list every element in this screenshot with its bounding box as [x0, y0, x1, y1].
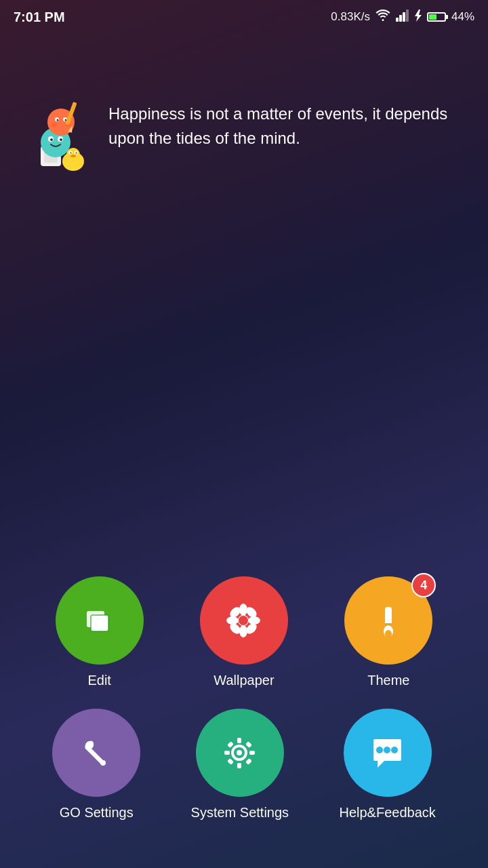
- edit-circle: [56, 576, 144, 665]
- icon-row-2: GO Settings: [27, 709, 461, 821]
- bottom-area: Edit Wallpaper: [0, 576, 488, 841]
- theme-button[interactable]: 4 Theme: [344, 576, 432, 688]
- go-settings-label: GO Settings: [60, 805, 134, 821]
- mascot-image: [20, 95, 95, 170]
- svg-rect-28: [91, 615, 108, 631]
- svg-rect-52: [245, 741, 252, 748]
- svg-rect-49: [249, 751, 255, 755]
- svg-point-24: [70, 153, 72, 154]
- edit-button[interactable]: Edit: [56, 576, 144, 688]
- svg-point-33: [248, 616, 260, 625]
- svg-rect-46: [237, 738, 241, 743]
- battery-icon: [427, 12, 446, 22]
- svg-point-54: [384, 747, 390, 753]
- svg-rect-0: [396, 18, 399, 22]
- svg-rect-50: [227, 741, 234, 748]
- svg-point-10: [60, 138, 62, 141]
- network-speed: 0.83K/s: [331, 10, 370, 24]
- svg-point-26: [70, 155, 76, 157]
- theme-label: Theme: [367, 673, 409, 688]
- status-right: 0.83K/s 44%: [331, 9, 474, 25]
- svg-rect-1: [399, 15, 402, 22]
- system-settings-button[interactable]: System Settings: [191, 709, 289, 821]
- svg-point-38: [239, 616, 248, 625]
- quote-text: Happiness is not a matter of events, it …: [108, 102, 468, 151]
- go-settings-circle: [52, 709, 140, 797]
- quote-section: Happiness is not a matter of events, it …: [0, 75, 488, 183]
- svg-point-43: [100, 760, 106, 766]
- svg-point-45: [237, 750, 242, 755]
- svg-rect-53: [227, 758, 234, 765]
- svg-rect-47: [237, 763, 241, 768]
- help-feedback-button[interactable]: Help&Feedback: [339, 709, 435, 821]
- svg-point-31: [239, 625, 247, 637]
- go-settings-button[interactable]: GO Settings: [52, 709, 140, 821]
- svg-rect-2: [403, 12, 405, 22]
- theme-badge: 4: [411, 573, 436, 597]
- svg-rect-51: [245, 758, 252, 765]
- svg-point-30: [239, 604, 247, 616]
- edit-label: Edit: [87, 673, 110, 688]
- icon-row-1: Edit Wallpaper: [27, 576, 461, 688]
- wallpaper-label: Wallpaper: [214, 673, 274, 688]
- svg-point-16: [52, 123, 57, 127]
- battery-percent: 44%: [451, 10, 474, 24]
- system-settings-label: System Settings: [191, 805, 289, 821]
- wifi-icon: [375, 9, 390, 25]
- system-settings-circle: [196, 709, 284, 797]
- svg-point-14: [57, 119, 59, 121]
- svg-point-56: [391, 747, 398, 753]
- charging-icon: [415, 9, 422, 25]
- svg-point-42: [385, 630, 392, 638]
- wallpaper-button[interactable]: Wallpaper: [200, 576, 288, 688]
- signal-icon: [396, 9, 409, 25]
- help-feedback-label: Help&Feedback: [339, 805, 435, 821]
- status-time: 7:01 PM: [14, 9, 65, 25]
- wallpaper-circle: [200, 576, 288, 665]
- svg-rect-39: [385, 607, 392, 626]
- svg-point-55: [376, 747, 383, 753]
- svg-rect-48: [224, 751, 230, 755]
- status-bar: 7:01 PM 0.83K/s 44%: [0, 0, 488, 34]
- svg-rect-3: [406, 9, 409, 22]
- svg-point-9: [50, 138, 53, 141]
- help-feedback-circle: [344, 709, 432, 797]
- theme-circle: 4: [344, 576, 432, 665]
- svg-point-25: [76, 153, 77, 154]
- svg-point-32: [226, 616, 239, 625]
